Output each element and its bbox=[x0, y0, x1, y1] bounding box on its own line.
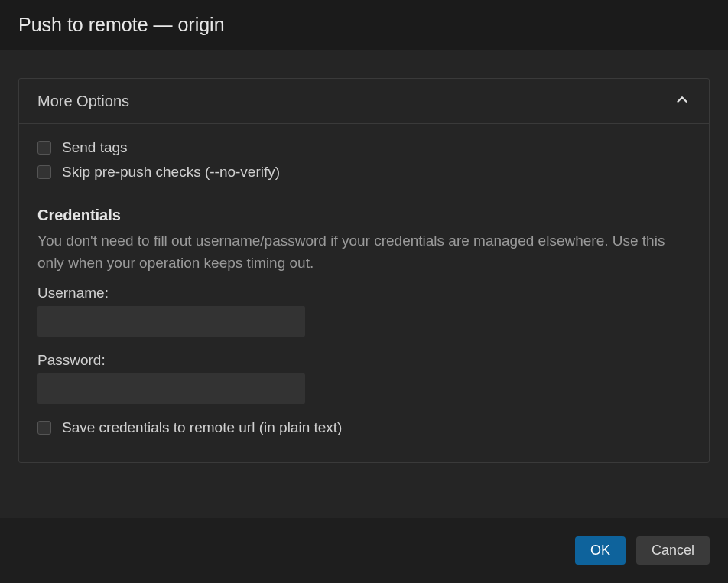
ok-button[interactable]: OK bbox=[575, 536, 626, 565]
skip-hooks-label: Skip pre-push checks (--no-verify) bbox=[62, 164, 280, 181]
send-tags-row: Send tags bbox=[37, 139, 691, 156]
dialog-title: Push to remote — origin bbox=[0, 0, 728, 50]
skip-hooks-checkbox[interactable] bbox=[37, 165, 51, 179]
cancel-button[interactable]: Cancel bbox=[636, 536, 710, 565]
dialog-footer: OK Cancel bbox=[0, 518, 728, 583]
username-label: Username: bbox=[37, 285, 691, 301]
credentials-help: You don't need to fill out username/pass… bbox=[37, 230, 691, 274]
send-tags-label: Send tags bbox=[62, 139, 128, 156]
divider bbox=[37, 64, 691, 64]
dialog-content: More Options Send tags Skip pre-push che… bbox=[0, 50, 728, 518]
password-label: Password: bbox=[37, 352, 691, 369]
save-credentials-row: Save credentials to remote url (in plain… bbox=[37, 419, 691, 436]
more-options-body: Send tags Skip pre-push checks (--no-ver… bbox=[19, 124, 709, 462]
credentials-heading: Credentials bbox=[37, 207, 691, 224]
send-tags-checkbox[interactable] bbox=[37, 141, 51, 155]
skip-hooks-row: Skip pre-push checks (--no-verify) bbox=[37, 164, 691, 181]
more-options-title: More Options bbox=[37, 93, 129, 110]
more-options-panel: More Options Send tags Skip pre-push che… bbox=[18, 78, 710, 463]
more-options-header[interactable]: More Options bbox=[19, 79, 709, 124]
username-input[interactable] bbox=[37, 306, 305, 337]
password-input[interactable] bbox=[37, 373, 305, 404]
save-credentials-label: Save credentials to remote url (in plain… bbox=[62, 419, 342, 436]
chevron-up-icon bbox=[674, 91, 691, 111]
save-credentials-checkbox[interactable] bbox=[37, 421, 51, 435]
